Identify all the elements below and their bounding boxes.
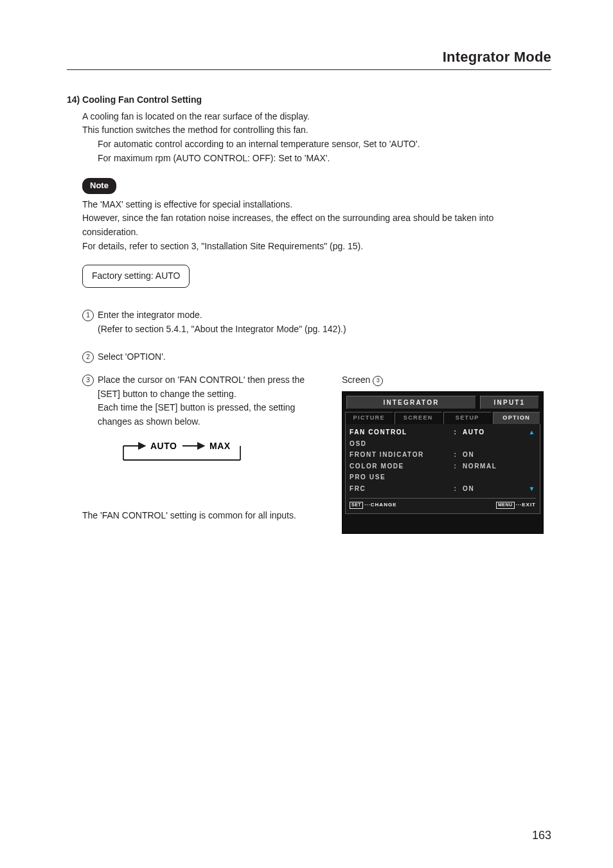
step-3: 3 Place the cursor on 'FAN CONTROL' then… bbox=[82, 373, 323, 429]
osd-row: FRC:ON▼ bbox=[350, 483, 536, 495]
arrow-down-icon: ▼ bbox=[527, 484, 536, 494]
step-2: 2 Select 'OPTION'. bbox=[82, 350, 551, 364]
step-1: 1 Enter the integrator mode. (Refer to s… bbox=[82, 308, 551, 336]
osd-row-value: AUTO bbox=[459, 427, 527, 438]
osd-footer-right: MENU···EXIT bbox=[496, 501, 536, 509]
osd-screen-mock: INTEGRATOR INPUT1 PICTURE SCREEN SETUP O… bbox=[342, 391, 544, 534]
osd-inner: FAN CONTROL:AUTO▲OSDFRONT INDICATOR:ONCO… bbox=[345, 424, 540, 513]
osd-footer-left: SET···CHANGE bbox=[350, 501, 396, 509]
osd-set-button-icon: SET bbox=[350, 502, 363, 508]
osd-row-value: ON bbox=[459, 450, 527, 460]
osd-tab-screen: SCREEN bbox=[395, 412, 443, 424]
osd-tab-picture: PICTURE bbox=[345, 412, 393, 424]
screen-label-text: Screen bbox=[342, 373, 370, 387]
arrow-up-icon: ▲ bbox=[527, 427, 536, 438]
step-text: Enter the integrator mode. (Refer to sec… bbox=[98, 308, 346, 336]
right-column: Screen 3 INTEGRATOR INPUT1 PICTURE SCREE… bbox=[342, 373, 551, 534]
page: Integrator Mode 14) Cooling Fan Control … bbox=[0, 0, 613, 868]
factory-setting-box: Factory setting: AUTO bbox=[82, 265, 190, 288]
screen-label: Screen 3 bbox=[342, 373, 551, 387]
osd-footer: SET···CHANGE MENU···EXIT bbox=[350, 498, 536, 509]
osd-row-value: ON bbox=[459, 484, 527, 494]
osd-row-sep: : bbox=[452, 461, 459, 472]
note-line: For details, refer to section 3, "Instal… bbox=[82, 240, 551, 254]
intro-line: A cooling fan is located on the rear sur… bbox=[82, 110, 551, 124]
step-number-icon: 3 bbox=[82, 375, 94, 386]
osd-row: OSD bbox=[350, 438, 536, 450]
screen-number-icon: 3 bbox=[373, 376, 383, 386]
osd-titlebar: INTEGRATOR INPUT1 bbox=[342, 392, 543, 412]
osd-row-value: NORMAL bbox=[459, 461, 527, 472]
osd-tab-option: OPTION bbox=[493, 412, 541, 424]
osd-title-left: INTEGRATOR bbox=[346, 396, 476, 410]
step-line: Place the cursor on 'FAN CONTROL' then p… bbox=[98, 373, 323, 401]
two-column-row: 3 Place the cursor on 'FAN CONTROL' then… bbox=[67, 373, 551, 534]
osd-row-label: FRC bbox=[350, 484, 452, 494]
osd-row: FRONT INDICATOR:ON bbox=[350, 449, 536, 461]
osd-set-text: ···CHANGE bbox=[364, 502, 396, 508]
common-note: The 'FAN CONTROL' setting is common for … bbox=[82, 509, 323, 523]
osd-row: COLOR MODE:NORMAL bbox=[350, 461, 536, 472]
osd-row-label: COLOR MODE bbox=[350, 461, 452, 472]
body-content: 14) Cooling Fan Control Setting A coolin… bbox=[67, 93, 551, 534]
subsection-heading: 14) Cooling Fan Control Setting bbox=[67, 93, 551, 107]
step-line: Each time the [SET] button is pressed, t… bbox=[98, 401, 323, 429]
step-text: Select 'OPTION'. bbox=[98, 350, 166, 364]
osd-row-sep: : bbox=[452, 427, 459, 438]
note-badge: Note bbox=[82, 178, 116, 193]
note-line: The 'MAX' setting is effective for speci… bbox=[82, 198, 551, 212]
osd-row-label: PRO USE bbox=[350, 472, 452, 483]
step-number-icon: 2 bbox=[82, 351, 94, 363]
left-column: 3 Place the cursor on 'FAN CONTROL' then… bbox=[67, 373, 323, 522]
intro-line: This function switches the method for co… bbox=[82, 123, 551, 137]
osd-row: FAN CONTROL:AUTO▲ bbox=[350, 427, 536, 438]
osd-tabs: PICTURE SCREEN SETUP OPTION bbox=[342, 412, 543, 424]
osd-row-label: FRONT INDICATOR bbox=[350, 450, 452, 460]
cycle-max-label: MAX bbox=[209, 441, 231, 451]
step-text: Place the cursor on 'FAN CONTROL' then p… bbox=[98, 373, 323, 429]
osd-tab-setup: SETUP bbox=[443, 412, 492, 424]
cycle-diagram: AUTO MAX bbox=[112, 438, 323, 470]
osd-menu-button-icon: MENU bbox=[496, 502, 515, 508]
osd-menu-text: ···EXIT bbox=[516, 502, 536, 508]
osd-title-right: INPUT1 bbox=[480, 396, 539, 410]
step-number-icon: 1 bbox=[82, 310, 94, 321]
intro-subline: For maximum rpm (AUTO CONTROL: OFF): Set… bbox=[98, 152, 551, 166]
cycle-svg: AUTO MAX bbox=[112, 438, 260, 470]
step-ref: (Refer to section 5.4.1, "About the Inte… bbox=[98, 323, 346, 337]
intro-subline: For automatic control according to an in… bbox=[98, 137, 551, 152]
step-line: Enter the integrator mode. bbox=[98, 308, 346, 323]
osd-row-label: OSD bbox=[350, 439, 452, 449]
osd-row-sep: : bbox=[452, 450, 459, 460]
section-title: Integrator Mode bbox=[67, 49, 551, 70]
note-line: However, since the fan rotation noise in… bbox=[82, 211, 551, 239]
osd-row: PRO USE bbox=[350, 472, 536, 483]
osd-row-sep: : bbox=[452, 484, 459, 494]
cycle-auto-label: AUTO bbox=[150, 441, 177, 451]
page-number: 163 bbox=[532, 829, 551, 842]
osd-row-label: FAN CONTROL bbox=[350, 427, 452, 438]
osd-rows: FAN CONTROL:AUTO▲OSDFRONT INDICATOR:ONCO… bbox=[350, 427, 536, 494]
